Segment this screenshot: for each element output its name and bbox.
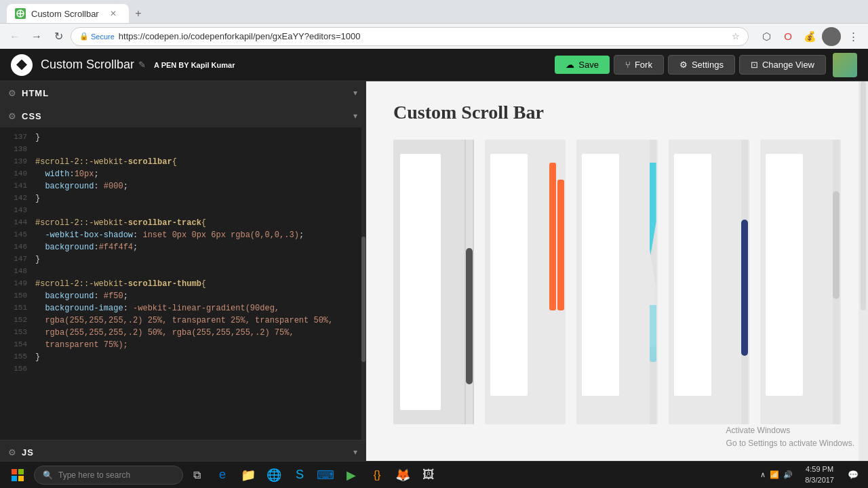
code-line: 151 background-image: -webkit-linear-gra… (0, 302, 366, 314)
url-text: https://codepen.io/codepenforkapil/pen/g… (119, 31, 728, 41)
code-line: 152 rgba(255,255,255,.2) 25%, transparen… (0, 314, 366, 327)
save-icon: ☁ (566, 60, 574, 70)
browser-tab-bar: Custom Scrollbar ✕ + (0, 0, 868, 23)
file-explorer-icon[interactable]: 📁 (236, 463, 260, 487)
code-line: 154 transparent 75%); (0, 339, 366, 351)
search-placeholder: Type here to search (58, 470, 130, 480)
system-tray: ∧ 📶 🔊 4:59 PM 8/3/2017 💬 (755, 463, 865, 487)
forward-button[interactable]: → (27, 27, 46, 46)
save-button[interactable]: ☁ Save (555, 56, 610, 74)
address-bar[interactable]: 🔒 Secure https://codepen.io/codepenforka… (71, 27, 749, 46)
js-section: ⚙ JS ▾ (0, 441, 366, 464)
code-line: 145 -webkit-box-shadow: inset 0px 0px 6p… (0, 229, 366, 241)
change-view-icon: ⊡ (751, 60, 758, 70)
preview-content: Custom Scroll Bar (366, 81, 868, 445)
codepen-logo (11, 54, 33, 76)
browser-toolbar-right: ⬡ O 💰 ⋮ (757, 27, 863, 46)
html-gear-icon[interactable]: ⚙ (8, 88, 16, 98)
back-button[interactable]: ← (5, 27, 24, 46)
code-line: 138 (0, 144, 366, 156)
css-header[interactable]: ⚙ CSS ▾ (0, 104, 366, 127)
svg-rect-5 (12, 476, 17, 481)
chevron-up-icon[interactable]: ∧ (760, 470, 766, 479)
tab-favicon (15, 8, 26, 19)
css-collapse-icon[interactable]: ▾ (353, 111, 357, 121)
system-clock[interactable]: 4:59 PM 8/3/2017 (800, 464, 840, 485)
js-collapse-icon[interactable]: ▾ (353, 447, 357, 457)
fork-icon: ⑂ (625, 60, 631, 70)
code-line: 148 (0, 266, 366, 278)
css-gear-icon[interactable]: ⚙ (8, 111, 16, 121)
network-icon[interactable]: 📶 (770, 470, 779, 479)
notification-button[interactable]: 💬 (841, 463, 865, 487)
css-code-area[interactable]: 137}138 139#scroll-2::-webkit-scrollbar{… (0, 127, 366, 440)
menu-button[interactable]: ⋮ (844, 27, 863, 46)
terminal-icon[interactable]: ▶ (339, 463, 363, 487)
extensions-button[interactable]: ⬡ (757, 27, 776, 46)
tab-close-button[interactable]: ✕ (110, 9, 117, 18)
code-line: 150 background: #f50; (0, 290, 366, 302)
code-line: 146 background:#f4f4f4; (0, 241, 366, 253)
start-button[interactable] (3, 463, 33, 487)
js-label: JS (22, 447, 353, 458)
photos-icon[interactable]: 🖼 (416, 463, 441, 487)
preview-panel: Custom Scroll Bar (366, 81, 868, 464)
volume-icon[interactable]: 🔊 (783, 470, 793, 479)
code-line: 139#scroll-2::-webkit-scrollbar{ (0, 156, 366, 168)
main-content: ⚙ HTML ▾ ⚙ CSS ▾ 137}138 139#scroll-2::-… (0, 81, 868, 464)
svg-rect-6 (18, 476, 24, 481)
pen-title: Custom Scrollbar (41, 58, 134, 72)
html-header[interactable]: ⚙ HTML ▾ (0, 81, 366, 104)
preview-title: Custom Scroll Bar (393, 102, 841, 123)
scrollbar-demos (393, 140, 841, 424)
scroll-demo-4 (669, 140, 749, 424)
css-section: ⚙ CSS ▾ 137}138 139#scroll-2::-webkit-sc… (0, 104, 366, 441)
code-line: 147} (0, 253, 366, 266)
code-scrollbar-track (361, 127, 366, 440)
html-collapse-icon[interactable]: ▾ (353, 88, 357, 98)
html-label: HTML (22, 88, 353, 98)
fork-button[interactable]: ⑂ Fork (614, 55, 664, 75)
code-line: 156 (0, 363, 366, 375)
code-scrollbar-thumb[interactable] (361, 237, 366, 361)
crypto-wallet-icon[interactable]: 💰 (800, 27, 819, 46)
vscode-icon[interactable]: ⌨ (313, 463, 338, 487)
edge-icon[interactable]: e (210, 463, 235, 487)
firefox-icon[interactable]: 🦊 (391, 463, 415, 487)
settings-icon: ⚙ (679, 60, 688, 70)
browser-controls: ← → ↻ 🔒 Secure https://codepen.io/codepe… (0, 23, 868, 49)
js-header[interactable]: ⚙ JS ▾ (0, 441, 366, 464)
scroll-demo-1 (393, 140, 474, 424)
browser-chrome: Custom Scrollbar ✕ + ← → ↻ 🔒 Secure http… (0, 0, 868, 49)
scroll-demo-5 (760, 140, 841, 424)
editor-panel: ⚙ HTML ▾ ⚙ CSS ▾ 137}138 139#scroll-2::-… (0, 81, 366, 464)
code-line: 141 background: #000; (0, 180, 366, 192)
reload-button[interactable]: ↻ (49, 27, 68, 46)
skype-icon[interactable]: S (288, 463, 312, 487)
chrome-icon[interactable]: 🌐 (262, 463, 286, 487)
change-view-button[interactable]: ⊡ Change View (739, 55, 826, 75)
taskbar-search[interactable]: 🔍 Type here to search (34, 466, 183, 485)
pen-subtitle: A PEN BY Kapil Kumar (154, 61, 235, 69)
preview-scrollbar-thumb[interactable] (861, 81, 866, 310)
svg-rect-3 (12, 469, 17, 474)
code-line: 144#scroll-2::-webkit-scrollbar-track{ (0, 217, 366, 229)
code-line: 143 (0, 205, 366, 217)
opera-icon[interactable]: O (778, 27, 797, 46)
user-avatar[interactable] (833, 53, 857, 77)
edit-title-icon[interactable]: ✎ (138, 60, 146, 70)
js-gear-icon[interactable]: ⚙ (8, 447, 16, 458)
settings-button[interactable]: ⚙ Settings (668, 55, 735, 75)
brackets-icon[interactable]: {} (365, 463, 389, 487)
code-line: 142} (0, 192, 366, 205)
html-section: ⚙ HTML ▾ (0, 81, 366, 104)
profile-button[interactable] (822, 27, 841, 46)
secure-indicator: 🔒 Secure (79, 32, 115, 41)
browser-tab[interactable]: Custom Scrollbar ✕ (7, 4, 129, 23)
bookmark-icon[interactable]: ☆ (732, 31, 740, 41)
windows-taskbar: 🔍 Type here to search ⧉ e 📁 🌐 S ⌨ ▶ {} 🦊… (0, 461, 868, 488)
tray-icons: ∧ 📶 🔊 (755, 470, 798, 479)
task-view-button[interactable]: ⧉ (184, 463, 209, 487)
new-tab-button[interactable]: + (129, 4, 148, 23)
tab-title: Custom Scrollbar (31, 9, 99, 19)
